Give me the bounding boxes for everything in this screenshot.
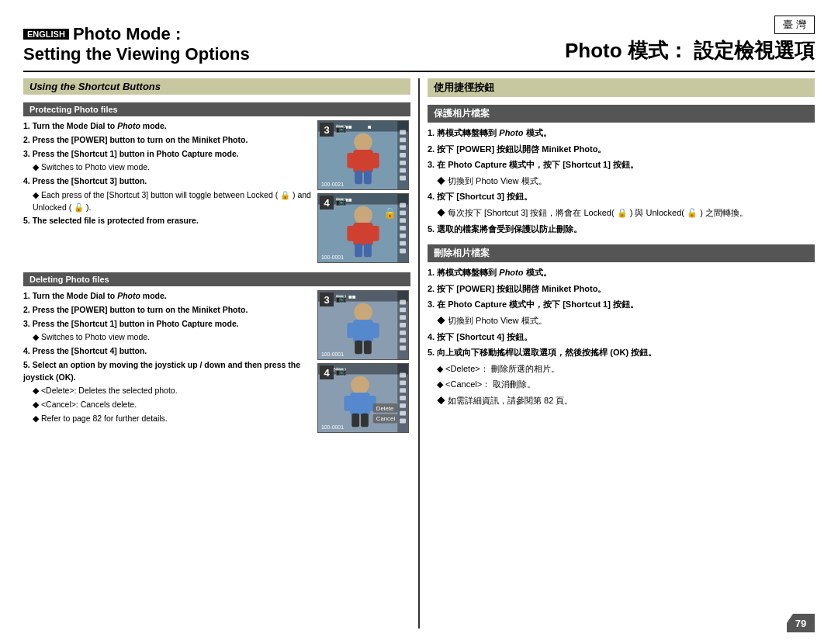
svg-rect-75	[400, 380, 406, 385]
protect-camera-img-3: IN ■■■ ■ 100-0021	[317, 120, 409, 190]
left-section-header: Using the Shortcut Buttons	[23, 78, 410, 95]
svg-rect-17	[400, 161, 406, 165]
rd-bullet1: ◆ 切換到 Photo View 模式。	[437, 314, 815, 328]
svg-rect-74	[400, 373, 406, 378]
rp-step3: 3. 在 Photo Capture 模式中，按下 [Shortcut 1] 按…	[428, 158, 815, 172]
protect-bullet2: ◆ Each press of the [Shortcut 3] button …	[33, 189, 311, 214]
rp-bullet1: ◆ 切換到 Photo View 模式。	[437, 175, 815, 189]
chinese-title: Photo 模式： 設定檢視選項	[565, 37, 815, 64]
svg-rect-8	[364, 171, 372, 185]
svg-text:Delete: Delete	[376, 405, 394, 412]
svg-rect-39	[400, 249, 406, 254]
rp-bullet2: ◆ 每次按下 [Shortcut 3] 按鈕，將會在 Locked( 🔒 ) 與…	[437, 206, 815, 220]
rp-step4: 4. 按下 [Shortcut 3] 按鈕。	[428, 190, 815, 204]
right-column: 使用捷徑按鈕 保護相片檔案 1. 將模式轉盤轉到 Photo 模式。 2. 按下…	[428, 78, 815, 628]
rd-bullet3: ◆ <Cancel>： 取消刪除。	[437, 378, 815, 392]
svg-rect-55	[400, 323, 406, 327]
rd-step1: 1. 將模式轉盤轉到 Photo 模式。	[428, 266, 815, 280]
svg-rect-58	[400, 346, 406, 351]
svg-text:Cancel: Cancel	[376, 415, 396, 422]
svg-rect-48	[364, 341, 372, 355]
svg-text:■■: ■■	[348, 293, 356, 300]
header-left: ENGLISH Photo Mode : Setting the Viewing…	[23, 24, 250, 64]
protecting-instructions: 1. Turn the Mode Dial to Photo mode. 2. …	[23, 120, 311, 263]
column-divider	[418, 78, 420, 628]
rd-step2: 2. 按下 [POWER] 按鈕以開啓 Miniket Photo。	[428, 282, 815, 296]
rp-step2: 2. 按下 [POWER] 按鈕以開啓 Miniket Photo。	[428, 143, 815, 157]
protect-bullet1: ◆ Switches to Photo view mode.	[33, 161, 311, 174]
page-header: ENGLISH Photo Mode : Setting the Viewing…	[23, 16, 815, 72]
svg-point-3	[354, 133, 372, 151]
step-badge-3: 3	[320, 123, 334, 137]
header-right: 臺 灣 Photo 模式： 設定檢視選項	[565, 16, 815, 64]
svg-rect-27	[355, 244, 362, 258]
svg-rect-53	[400, 307, 406, 312]
rd-bullet4: ◆ 如需詳細資訊，請參閱第 82 頁。	[437, 394, 815, 408]
svg-rect-5	[347, 153, 356, 168]
title-line1: ENGLISH Photo Mode :	[23, 24, 250, 44]
svg-rect-16	[400, 153, 406, 158]
svg-text:100-0001: 100-0001	[321, 424, 344, 430]
delete-step2: 2. Press the [POWER] button to turn on t…	[23, 304, 311, 317]
svg-rect-37	[400, 234, 406, 238]
protecting-header: Protecting Photo files	[23, 102, 410, 116]
svg-rect-77	[400, 396, 406, 400]
taiwan-badge: 臺 灣	[774, 16, 815, 34]
protect-step2: 2. Press the [POWER] button to turn on t…	[23, 134, 311, 147]
protect-step3: 3. Press the [Shortcut 1] button in Phot…	[23, 148, 311, 161]
svg-point-23	[354, 206, 372, 224]
del-step-badge-3: 3	[320, 293, 334, 306]
delete-camera-img-3: 1 IN ■■ 100-0001	[317, 290, 409, 360]
rd-step5: 5. 向上或向下移動搖桿以選取選項，然後按搖桿 (OK) 按鈕。	[428, 346, 815, 360]
svg-rect-19	[400, 176, 406, 181]
right-section-header: 使用捷徑按鈕	[428, 78, 815, 97]
svg-text:100-0001: 100-0001	[321, 351, 344, 357]
svg-rect-46	[370, 323, 379, 338]
svg-rect-28	[364, 244, 372, 258]
svg-point-43	[354, 303, 372, 321]
svg-rect-66	[351, 414, 359, 428]
title-main: Photo Mode :	[73, 24, 181, 44]
svg-text:🔒: 🔒	[383, 206, 397, 220]
camera-icon-3: 📷	[335, 123, 347, 133]
svg-rect-76	[400, 388, 406, 393]
protect-camera-img-4: IN ■■■ 100-0001 🔒	[317, 193, 409, 263]
svg-point-62	[351, 376, 369, 394]
deleting-section-body: 1. Turn the Mode Dial to Photo mode. 2. …	[23, 290, 410, 433]
delete-step3: 3. Press the [Shortcut 1] button in Phot…	[23, 318, 311, 331]
delete-step1: 1. Turn the Mode Dial to Photo mode.	[23, 290, 311, 303]
protecting-camera-images: IN ■■■ ■ 100-0021	[317, 120, 410, 263]
right-protecting-header: 保護相片檔案	[428, 105, 815, 123]
svg-rect-25	[347, 226, 356, 241]
svg-text:■: ■	[368, 123, 372, 130]
svg-rect-35	[400, 218, 406, 223]
svg-rect-64	[344, 396, 353, 411]
protect-step5: 5. The selected file is protected from e…	[23, 215, 311, 227]
svg-rect-13	[400, 130, 406, 135]
svg-rect-67	[361, 414, 369, 428]
page-container: ENGLISH Photo Mode : Setting the Viewing…	[0, 0, 838, 644]
right-protecting-instructions: 1. 將模式轉盤轉到 Photo 模式。 2. 按下 [POWER] 按鈕以開啓…	[428, 126, 815, 238]
rd-step4: 4. 按下 [Shortcut 4] 按鈕。	[428, 331, 815, 345]
title-line2: Setting the Viewing Options	[23, 44, 250, 64]
rp-step5: 5. 選取的檔案將會受到保護以防止刪除。	[428, 223, 815, 237]
english-badge: ENGLISH	[23, 29, 69, 40]
delete-step4: 4. Press the [Shortcut 4] button.	[23, 345, 311, 358]
svg-rect-18	[400, 168, 406, 173]
rp-step1: 1. 將模式轉盤轉到 Photo 模式。	[428, 126, 815, 140]
camera-icon-4: 📷	[335, 196, 347, 206]
delete-bullet3: ◆ <Cancel>: Cancels delete.	[33, 399, 311, 411]
step-badge-4: 4	[320, 196, 334, 209]
svg-rect-36	[400, 226, 406, 230]
protect-step4: 4. Press the [Shortcut 3] button.	[23, 175, 311, 188]
svg-rect-78	[400, 403, 406, 408]
main-content: Using the Shortcut Buttons Protecting Ph…	[23, 78, 815, 628]
svg-rect-33	[400, 203, 406, 208]
svg-rect-26	[370, 226, 379, 241]
deleting-camera-images: 1 IN ■■ 100-0001	[317, 290, 410, 433]
protecting-section-body: 1. Turn the Mode Dial to Photo mode. 2. …	[23, 120, 410, 263]
delete-bullet2: ◆ <Delete>: Deletes the selected photo.	[33, 385, 311, 397]
deleting-instructions: 1. Turn the Mode Dial to Photo mode. 2. …	[23, 290, 311, 433]
svg-rect-38	[400, 241, 406, 246]
left-column: Using the Shortcut Buttons Protecting Ph…	[23, 78, 410, 628]
